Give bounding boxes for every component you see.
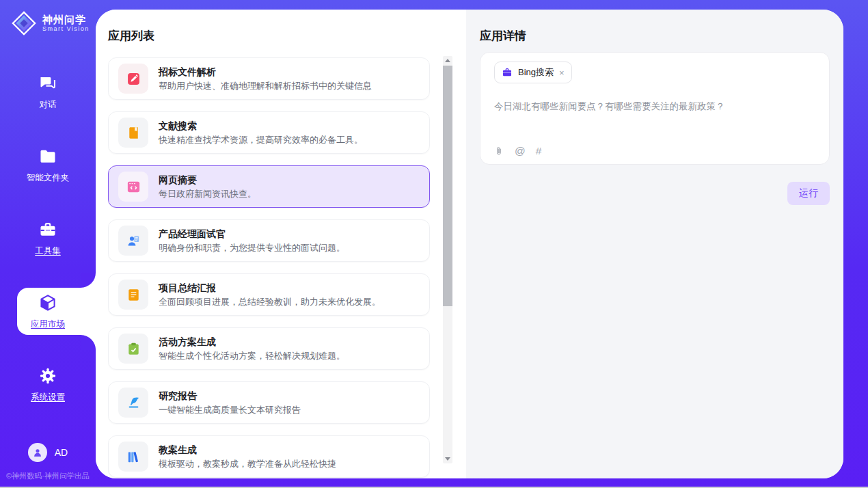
mention-icon[interactable]: @: [515, 146, 526, 157]
app-card-desc: 智能生成个性化活动方案，轻松解决规划难题。: [159, 350, 345, 362]
user-name: AD: [55, 447, 68, 458]
app-card-title: 教案生成: [159, 444, 336, 455]
sidebar-item-label: 智能文件夹: [27, 172, 70, 184]
app-card-text: 网页摘要 每日政府新闻资讯快查。: [159, 174, 256, 200]
run-button[interactable]: 运行: [787, 182, 830, 205]
app-card-desc: 每日政府新闻资讯快查。: [159, 188, 256, 200]
toolbox-icon: [38, 220, 57, 239]
brand-text: 神州问学 Smart Vision: [42, 14, 90, 33]
app-card-title: 产品经理面试官: [159, 228, 345, 239]
ink-quill-icon: [118, 388, 148, 418]
brand-logo: 神州问学 Smart Vision: [0, 0, 96, 36]
app-card-text: 文献搜索 快速精准查找学术资源，提高研究效率的必备工具。: [159, 120, 363, 146]
app-card-web-summary[interactable]: 网页摘要 每日政府新闻资讯快查。: [108, 165, 430, 208]
brand-name: 神州问学: [42, 14, 90, 25]
gear-icon: [38, 366, 57, 385]
sidebar-item-toolset[interactable]: 工具集: [0, 212, 96, 265]
app-card-desc: 一键智能生成高质量长文本研究报告: [159, 404, 301, 416]
sidebar-item-label: 工具集: [35, 245, 61, 257]
user-account[interactable]: AD: [0, 443, 96, 462]
briefcase-icon: [502, 67, 513, 78]
app-card-title: 活动方案生成: [159, 336, 345, 347]
app-card-desc: 快速精准查找学术资源，提高研究效率的必备工具。: [159, 134, 363, 146]
app-card-bid-parse[interactable]: 招标文件解析 帮助用户快速、准确地理解和解析招标书中的关键信息: [108, 57, 430, 100]
app-card-text: 教案生成 模板驱动，教案秒成，教学准备从此轻松快捷: [159, 444, 336, 470]
app-card-text: 活动方案生成 智能生成个性化活动方案，轻松解决规划难题。: [159, 336, 345, 362]
copyright: ©神州数码·神州问学出品: [0, 471, 96, 481]
app-card-literature-search[interactable]: 文献搜索 快速精准查找学术资源，提高研究效率的必备工具。: [108, 111, 430, 154]
app-card-desc: 明确身份和职责，为您提供专业性的面试问题。: [159, 242, 345, 254]
books-icon: [118, 442, 148, 472]
scrollbar-up-arrow[interactable]: [443, 56, 452, 66]
main-content: 应用列表 招标文件解析 帮助用户快速、准确地理解和解析招标书中的关键信息: [96, 10, 843, 478]
scrollbar-thumb[interactable]: [443, 66, 452, 306]
attachment-icon[interactable]: [493, 146, 504, 157]
composer-toolbar: @ #: [493, 146, 541, 157]
app-card-text: 招标文件解析 帮助用户快速、准确地理解和解析招标书中的关键信息: [159, 66, 372, 92]
app-card-project-summary[interactable]: 项目总结汇报 全面回顾项目进展，总结经验教训，助力未来优化发展。: [108, 273, 430, 316]
app-detail-panel: 应用详情 Bing搜索 × 今日湖北有哪些新闻要点？有哪些需要关注的最新政策？: [466, 10, 843, 478]
sidebar: 神州问学 Smart Vision 对话: [0, 0, 96, 488]
pen-square-icon: [118, 64, 148, 94]
sidebar-item-chat[interactable]: 对话: [0, 66, 96, 118]
tab-curve-bottom: [81, 335, 96, 350]
app-card-pm-interviewer[interactable]: 产品经理面试官 明确身份和职责，为您提供专业性的面试问题。: [108, 219, 430, 262]
app-card-title: 招标文件解析: [159, 66, 372, 77]
folder-icon: [38, 147, 57, 166]
person-icon: [31, 446, 44, 459]
app-card-text: 项目总结汇报 全面回顾项目进展，总结经验教训，助力未来优化发展。: [159, 282, 381, 308]
scrollbar-down-arrow[interactable]: [443, 454, 452, 463]
topic-icon[interactable]: #: [536, 146, 542, 157]
brand-diamond-icon: [11, 10, 37, 36]
app-card-research-report[interactable]: 研究报告 一键智能生成高质量长文本研究报告: [108, 381, 430, 424]
tool-chip-bing-search[interactable]: Bing搜索 ×: [494, 62, 572, 83]
app-card-title: 项目总结汇报: [159, 282, 381, 293]
prompt-input[interactable]: 今日湖北有哪些新闻要点？有哪些需要关注的最新政策？: [494, 100, 815, 113]
app-card-title: 文献搜索: [159, 120, 363, 131]
tab-curve-top: [81, 273, 96, 288]
scrollbar[interactable]: [443, 56, 452, 463]
app-card-title: 研究报告: [159, 390, 301, 401]
app-detail-title: 应用详情: [466, 10, 843, 44]
app-list-panel: 应用列表 招标文件解析 帮助用户快速、准确地理解和解析招标书中的关键信息: [96, 10, 466, 478]
tool-chip-label: Bing搜索: [518, 66, 554, 79]
cube-icon: [38, 293, 57, 312]
app-card-list: 招标文件解析 帮助用户快速、准确地理解和解析招标书中的关键信息 文献搜索 快速精…: [108, 57, 430, 478]
sidebar-item-settings[interactable]: 系统设置: [0, 358, 96, 411]
sidebar-item-label: 对话: [40, 99, 57, 111]
prompt-card: Bing搜索 × 今日湖北有哪些新闻要点？有哪些需要关注的最新政策？ @ #: [480, 52, 830, 165]
sidebar-nav: 对话 智能文件夹: [0, 66, 96, 411]
app-card-desc: 模板驱动，教案秒成，教学准备从此轻松快捷: [159, 458, 336, 470]
avatar: [28, 443, 47, 462]
app-card-text: 研究报告 一键智能生成高质量长文本研究报告: [159, 390, 301, 416]
app-card-desc: 帮助用户快速、准确地理解和解析招标书中的关键信息: [159, 80, 372, 92]
app-list-title: 应用列表: [96, 10, 466, 44]
brand-subtitle: Smart Vision: [42, 25, 90, 33]
app-card-lesson-plan[interactable]: 教案生成 模板驱动，教案秒成，教学准备从此轻松快捷: [108, 435, 430, 478]
run-row: 运行: [466, 165, 843, 205]
clipboard-check-icon: [118, 334, 148, 364]
sidebar-item-label: 系统设置: [31, 392, 65, 403]
book-icon: [118, 118, 148, 148]
app-card-desc: 全面回顾项目进展，总结经验教训，助力未来优化发展。: [159, 296, 381, 308]
interviewer-icon: [118, 226, 148, 256]
chip-close-icon[interactable]: ×: [559, 68, 565, 77]
chat-icon: [38, 74, 57, 93]
app-card-event-plan[interactable]: 活动方案生成 智能生成个性化活动方案，轻松解决规划难题。: [108, 327, 430, 370]
browser-code-icon: [118, 172, 148, 202]
app-card-text: 产品经理面试官 明确身份和职责，为您提供专业性的面试问题。: [159, 228, 345, 254]
report-doc-icon: [118, 280, 148, 310]
sidebar-item-label: 应用市场: [31, 318, 65, 330]
sidebar-item-smart-folder[interactable]: 智能文件夹: [0, 139, 96, 191]
app-card-title: 网页摘要: [159, 174, 256, 185]
sidebar-item-app-market[interactable]: 应用市场: [0, 285, 96, 338]
